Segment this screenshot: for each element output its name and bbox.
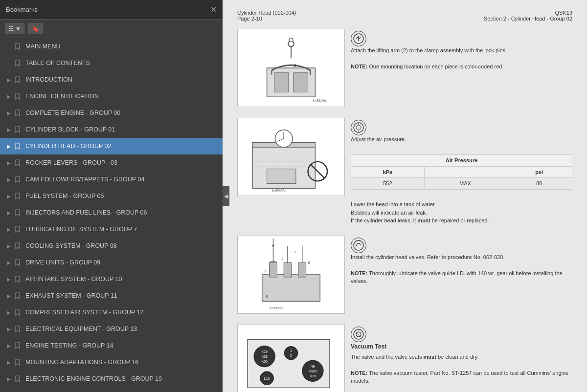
collapse-sidebar-handle[interactable]: ◀ bbox=[223, 186, 229, 206]
instruction-text-4: Vacuum Test The valve and the valve seat… bbox=[351, 342, 572, 392]
bookmark-icon-mounting bbox=[14, 359, 22, 366]
bookmark-item-rocker-levers[interactable]: ▶ROCKER LEVERS - GROUP - 03 bbox=[0, 154, 223, 171]
svg-rect-26 bbox=[270, 262, 277, 277]
bookmark-label-fuel-system: FUEL SYSTEM - GROUP 05 bbox=[25, 193, 104, 199]
icon-circle-2 bbox=[351, 120, 366, 135]
bookmark-item-electrical[interactable]: ▶ELECTRICAL EQUIPMENT - GROUP 13 bbox=[0, 321, 223, 337]
adjust-pressure-text: Adjust the air pressure. bbox=[351, 136, 406, 142]
bookmark-item-injectors[interactable]: ▶INJECTORS AND FUEL LINES - GROUP 06 bbox=[0, 204, 223, 221]
doc-header-right: QSK19 Section 2 - Cylinder Head - Group … bbox=[484, 10, 572, 22]
svg-text:1: 1 bbox=[265, 269, 267, 273]
expand-arrow-cooling: ▶ bbox=[5, 243, 13, 249]
icon-circle-1 bbox=[351, 31, 366, 46]
bookmark-icon-cylinder-block bbox=[14, 126, 22, 133]
icon-circle-4 bbox=[351, 327, 366, 342]
bookmark-label-cylinder-block: CYLINDER BLOCK - GROUP 01 bbox=[25, 126, 115, 133]
bookmark-label-drive-units: DRIVE UNITS - GROUP 09 bbox=[25, 259, 100, 266]
bookmark-icon-introduction bbox=[14, 76, 22, 83]
expand-all-label: ▼ bbox=[15, 25, 21, 32]
instruction-4: Vacuum Test The valve and the valve seat… bbox=[351, 325, 572, 392]
bookmark-label-complete-engine: COMPLETE ENGINE - GROUP 00 bbox=[25, 109, 120, 116]
bookmark-item-fuel-system[interactable]: ▶FUEL SYSTEM - GROUP 05 bbox=[0, 188, 223, 204]
doc-header-left: Cylinder Head (002-004) Page 2-10 bbox=[237, 10, 296, 22]
bookmark-item-mounting[interactable]: ▶MOUNTING ADAPTATIONS - GROUP 16 bbox=[0, 354, 223, 370]
svg-text:kn6lhdda: kn6lhdda bbox=[272, 189, 286, 192]
expand-arrow-rocker-levers: ▶ bbox=[5, 160, 13, 166]
expand-arrow-engine-testing: ▶ bbox=[5, 343, 13, 348]
svg-text:K19: K19 bbox=[262, 350, 268, 353]
bookmark-icon-lube-oil bbox=[14, 226, 22, 233]
bookmark-icon-air-intake bbox=[14, 276, 22, 283]
bookmark-list: MAIN MENUTABLE OF CONTENTS▶INTRODUCTION▶… bbox=[0, 38, 223, 392]
bookmark-icon-electrical bbox=[14, 326, 22, 332]
bookmark-icon-toc bbox=[14, 60, 22, 66]
bookmark-label-injectors: INJECTORS AND FUEL LINES - GROUP 06 bbox=[25, 209, 147, 216]
svg-text:4: 4 bbox=[281, 257, 284, 261]
bookmark-item-air-intake[interactable]: ▶AIR INTAKE SYSTEM - GROUP 10 bbox=[0, 271, 223, 287]
expand-arrow-drive-units: ▶ bbox=[5, 260, 13, 265]
expand-arrow-injectors: ▶ bbox=[5, 210, 13, 216]
bookmark-icon-fuel-system bbox=[14, 193, 22, 199]
bookmark-item-exhaust[interactable]: ▶EXHAUST SYSTEM - GROUP 11 bbox=[0, 287, 223, 304]
expand-arrow-introduction: ▶ bbox=[5, 77, 13, 83]
expand-arrow-engine-id: ▶ bbox=[5, 94, 13, 99]
sidebar-toolbar: ☷ ▼ 🔖 bbox=[0, 20, 223, 38]
bookmark-item-electronic[interactable]: ▶ELECTRONIC ENGINE CONTROLS - GROUP 19 bbox=[0, 370, 223, 387]
main-content: Cylinder Head (002-004) Page 2-10 QSK19 … bbox=[223, 0, 587, 392]
expand-all-button[interactable]: ☷ ▼ bbox=[5, 23, 24, 34]
bookmark-label-electronic: ELECTRONIC ENGINE CONTROLS - GROUP 19 bbox=[25, 375, 162, 382]
expand-arrow-compressed-air: ▶ bbox=[5, 310, 13, 315]
section-1: 2 kn931rhc Attach the lifting arm (2) to… bbox=[237, 29, 572, 107]
list-icon: ☷ bbox=[8, 25, 14, 32]
col-kpa: kPa bbox=[351, 166, 425, 178]
instruction-text-1: Attach the lifting arm (2) to the clamp … bbox=[351, 46, 572, 71]
bookmark-item-lube-oil[interactable]: ▶LUBRICATING OIL SYSTEM - GROUP 7 bbox=[0, 221, 223, 238]
cylinder-leak-text: If the cylinder head leaks, it must be r… bbox=[351, 218, 489, 223]
sidebar-header: Bookmarks ✕ bbox=[0, 0, 223, 20]
svg-point-40 bbox=[354, 240, 363, 250]
svg-text:K38: K38 bbox=[262, 355, 268, 358]
bookmark-item-compressed-air[interactable]: ▶COMPRESSED AIR SYSTEM - GROUP 12 bbox=[0, 304, 223, 321]
bookmark-item-complete-engine[interactable]: ▶COMPLETE ENGINE - GROUP 00 bbox=[0, 105, 223, 121]
bookmark-item-cam-followers[interactable]: ▶CAM FOLLOWERS/TAPPETS - GROUP 04 bbox=[0, 171, 223, 188]
bookmark-label-toc: TABLE OF CONTENTS bbox=[25, 60, 90, 66]
instruction-2: Adjust the air pressure. Air Pressure kP… bbox=[351, 118, 572, 225]
lower-head-text: Lower the head into a tank of water. bbox=[351, 201, 436, 207]
diagram-1: 2 kn931rhc bbox=[237, 29, 345, 107]
expand-arrow-cylinder-block: ▶ bbox=[5, 127, 13, 132]
vacuum-inst1: The valve and the valve seats must be cl… bbox=[351, 354, 479, 360]
bookmark-item-main-menu[interactable]: MAIN MENU bbox=[0, 38, 223, 55]
bookmark-item-introduction[interactable]: ▶INTRODUCTION bbox=[0, 71, 223, 88]
instruction-3: Install the cylinder head valves. Refer … bbox=[351, 236, 572, 285]
bookmark-icon-compressed-air bbox=[14, 309, 22, 316]
bookmark-item-drive-units[interactable]: ▶DRIVE UNITS - GROUP 09 bbox=[0, 254, 223, 271]
bookmark-item-cylinder-head[interactable]: ▶CYLINDER HEAD - GROUP 02 bbox=[0, 138, 223, 154]
bookmark-item-engine-id[interactable]: ▶ENGINE IDENTIFICATION bbox=[0, 88, 223, 105]
bookmark-label-air-intake: AIR INTAKE SYSTEM - GROUP 10 bbox=[25, 276, 122, 283]
bookmark-item-toc[interactable]: TABLE OF CONTENTS bbox=[0, 55, 223, 71]
val-80: 80 bbox=[506, 178, 572, 190]
bookmark-icon-engine-testing bbox=[14, 342, 22, 349]
air-pressure-table: Air Pressure kPa psi 552 MAX 80 bbox=[351, 154, 572, 190]
expand-arrow-fuel-system: ▶ bbox=[5, 194, 13, 199]
instruction-note-1: NOTE: NOTE: One mounting location on eac… bbox=[351, 64, 503, 69]
svg-point-7 bbox=[289, 38, 293, 42]
doc-title: Cylinder Head (002-004) bbox=[237, 10, 296, 16]
svg-rect-28 bbox=[298, 262, 306, 277]
bookmark-item-engine-testing[interactable]: ▶ENGINE TESTING - GROUP 14 bbox=[0, 337, 223, 354]
bookmark-item-cylinder-block[interactable]: ▶CYLINDER BLOCK - GROUP 01 bbox=[0, 121, 223, 138]
diagram-4: K19 K38 K50 J C L10 NH V903 V28 02400024 bbox=[237, 325, 345, 392]
note-label-1: NOTE: bbox=[351, 64, 367, 69]
bookmark-options-button[interactable]: 🔖 bbox=[28, 23, 43, 34]
val-552: 552 bbox=[351, 178, 425, 190]
bookmark-item-cooling[interactable]: ▶COOLING SYSTEM - GROUP 08 bbox=[0, 238, 223, 254]
svg-text:L10: L10 bbox=[264, 376, 270, 380]
close-button[interactable]: ✕ bbox=[210, 6, 217, 14]
svg-text:K50: K50 bbox=[262, 360, 268, 363]
bookmark-label-engine-testing: ENGINE TESTING - GROUP 14 bbox=[25, 342, 113, 349]
bookmark-icon-electronic bbox=[14, 375, 22, 382]
bookmark-label-engine-id: ENGINE IDENTIFICATION bbox=[25, 93, 99, 100]
svg-rect-25 bbox=[262, 275, 320, 301]
svg-marker-38 bbox=[272, 244, 275, 247]
svg-text:J: J bbox=[290, 349, 292, 352]
